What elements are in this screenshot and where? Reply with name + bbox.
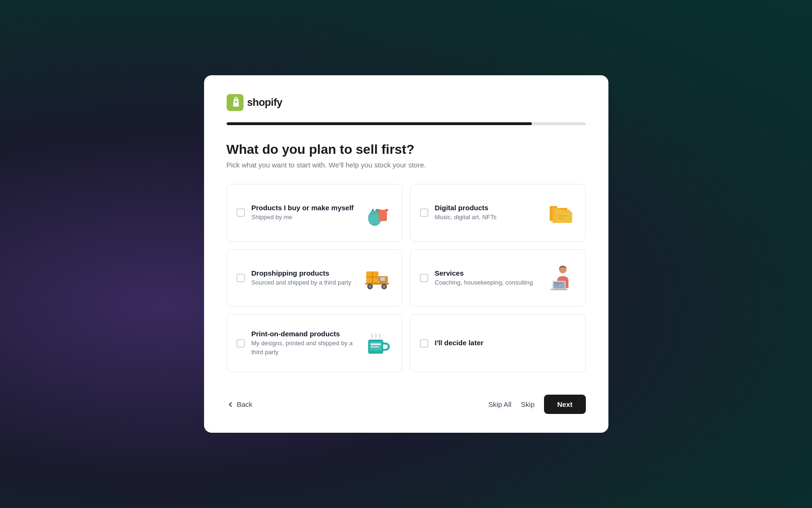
skip-button[interactable]: Skip bbox=[521, 400, 535, 408]
svg-rect-28 bbox=[551, 289, 568, 290]
svg-rect-30 bbox=[554, 285, 559, 286]
chevron-left-icon bbox=[227, 401, 234, 408]
svg-rect-13 bbox=[558, 215, 568, 216]
page-subtitle: Pick what you want to start with. We'll … bbox=[227, 161, 586, 169]
progress-bar-container bbox=[227, 122, 586, 125]
person-laptop-icon bbox=[546, 263, 576, 293]
shopify-bag-icon bbox=[227, 94, 244, 111]
logo-area: shopify bbox=[227, 94, 586, 111]
option-title-dropshipping: Dropshipping products bbox=[252, 269, 356, 277]
option-print-on-demand[interactable]: Print-on-demand products My designs, pri… bbox=[227, 314, 402, 372]
footer: Back Skip All Skip Next bbox=[227, 391, 586, 414]
option-title-services: Services bbox=[435, 269, 539, 277]
checkbox-services[interactable] bbox=[420, 274, 428, 282]
option-title-decide-later: I'll decide later bbox=[435, 339, 576, 347]
skip-all-button[interactable]: Skip All bbox=[489, 400, 512, 408]
onboarding-modal: shopify What do you plan to sell first? … bbox=[204, 75, 608, 433]
options-grid: Products I buy or make myself Shipped by… bbox=[227, 184, 586, 372]
option-title-products-buy-make: Products I buy or make myself bbox=[252, 204, 356, 212]
progress-bar-fill bbox=[227, 122, 532, 125]
option-title-print-on-demand: Print-on-demand products bbox=[252, 330, 356, 338]
checkbox-products-buy-make[interactable] bbox=[237, 208, 245, 217]
option-dropshipping[interactable]: Dropshipping products Sourced and shippe… bbox=[227, 249, 402, 307]
digital-folders-icon bbox=[546, 198, 576, 228]
option-subtitle-dropshipping: Sourced and shipped by a third party bbox=[252, 278, 356, 287]
svg-rect-14 bbox=[558, 218, 565, 219]
svg-rect-19 bbox=[380, 277, 385, 281]
option-subtitle-products-buy-make: Shipped by me bbox=[252, 213, 356, 222]
svg-point-24 bbox=[383, 285, 386, 288]
option-title-digital-products: Digital products bbox=[435, 204, 539, 212]
option-subtitle-services: Coaching, housekeeping, consulting bbox=[435, 278, 539, 287]
svg-rect-29 bbox=[554, 283, 562, 284]
svg-rect-12 bbox=[555, 210, 562, 213]
bag-shirt-icon bbox=[363, 198, 393, 228]
svg-rect-34 bbox=[371, 346, 379, 348]
svg-rect-11 bbox=[555, 212, 572, 223]
checkbox-digital-products[interactable] bbox=[420, 208, 428, 217]
checkbox-dropshipping[interactable] bbox=[237, 274, 245, 282]
page-title: What do you plan to sell first? bbox=[227, 142, 586, 157]
svg-rect-33 bbox=[371, 343, 381, 345]
option-products-buy-make[interactable]: Products I buy or make myself Shipped by… bbox=[227, 184, 402, 242]
shopify-wordmark: shopify bbox=[247, 96, 283, 109]
option-decide-later[interactable]: I'll decide later bbox=[410, 314, 586, 372]
svg-point-22 bbox=[369, 285, 371, 288]
checkbox-print-on-demand[interactable] bbox=[237, 339, 245, 348]
option-services[interactable]: Services Coaching, housekeeping, consult… bbox=[410, 249, 586, 307]
option-digital-products[interactable]: Digital products Music, digital art, NFT… bbox=[410, 184, 586, 242]
checkbox-decide-later[interactable] bbox=[420, 339, 428, 348]
option-subtitle-digital-products: Music, digital art, NFTs bbox=[435, 213, 539, 222]
option-subtitle-print-on-demand: My designs, printed and shipped by a thi… bbox=[252, 339, 356, 356]
delivery-truck-icon bbox=[363, 263, 393, 293]
back-button[interactable]: Back bbox=[227, 400, 252, 408]
next-button[interactable]: Next bbox=[544, 395, 586, 414]
mug-logo-icon bbox=[363, 328, 393, 358]
footer-right: Skip All Skip Next bbox=[489, 395, 586, 414]
